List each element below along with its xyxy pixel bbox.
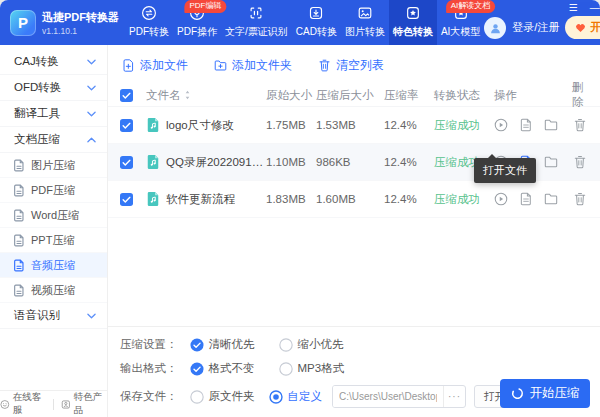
option-mp3-format[interactable]: MP3格式	[279, 361, 345, 376]
play-button[interactable]	[494, 118, 508, 132]
app-version: v1.1.10.1	[42, 26, 119, 36]
delete-button[interactable]	[574, 192, 586, 206]
col-filename: 文件名	[146, 88, 181, 103]
chevron-down-icon	[87, 313, 96, 319]
sidebar-item-pdf-compress[interactable]: PDF压缩	[0, 178, 107, 203]
sidebar-group-doc-compress[interactable]: 文档压缩	[0, 127, 107, 153]
sidebar-group-caj[interactable]: CAJ转换	[0, 49, 107, 75]
delete-button[interactable]	[574, 118, 586, 132]
open-folder-button[interactable]	[544, 155, 558, 169]
file-name: QQ录屏2022091516...	[166, 155, 266, 170]
row-checkbox[interactable]	[120, 156, 133, 169]
window-controls: ☰ — □ ✕	[569, 3, 600, 13]
original-size: 1.83MB	[266, 193, 316, 205]
sidebar-item-word-compress[interactable]: Word压缩	[0, 203, 107, 228]
output-format-label: 输出格式：	[120, 361, 178, 376]
open-folder-button[interactable]	[544, 118, 558, 132]
avatar[interactable]	[484, 17, 506, 39]
cad-convert-icon	[308, 5, 324, 21]
nav-item-pdf-convert[interactable]: PDF转换	[125, 0, 173, 45]
sidebar-group-ofd[interactable]: OFD转换	[0, 75, 107, 101]
open-file-button[interactable]	[519, 118, 533, 132]
open-vip-button[interactable]: 开通VIP	[565, 16, 600, 39]
save-path-input[interactable]	[333, 386, 443, 407]
radio-dot-icon	[269, 390, 283, 404]
compressed-size: 1.53MB	[316, 119, 384, 131]
word-doc-icon	[13, 209, 25, 222]
compress-ratio: 12.4%	[384, 119, 434, 131]
product-badge-icon	[61, 399, 71, 410]
main-panel: 添加文件 添加文件夹 清空列表 文件名 原始大小 压缩后大小	[108, 45, 600, 417]
open-file-tooltip: 打开文件	[474, 158, 536, 183]
top-nav: PDF转换 PDF编辑 PDF操作 文字/票证识别 CAD转换 图片转换	[125, 0, 484, 45]
sidebar-item-ppt-compress[interactable]: PPT压缩	[0, 228, 107, 253]
row-checkbox[interactable]	[120, 193, 133, 206]
row-checkbox[interactable]	[120, 119, 133, 132]
play-button[interactable]	[494, 192, 508, 206]
col-action: 操作	[494, 88, 572, 103]
nav-item-special-convert[interactable]: 特色转换	[389, 0, 437, 45]
login-register-link[interactable]: 登录/注册	[512, 20, 559, 35]
sidebar-item-video-compress[interactable]: 视频压缩	[0, 278, 107, 303]
option-original-folder[interactable]: 原文件夹	[190, 389, 255, 404]
table-header: 文件名 原始大小 压缩后大小 压缩率 转换状态 操作 删除	[108, 80, 600, 107]
option-clarity-first[interactable]: 清晰优先	[190, 337, 255, 352]
menu-icon[interactable]: ☰	[569, 3, 578, 13]
browse-button[interactable]: ···	[443, 386, 465, 407]
ai-doc-badge: AI解读文档	[446, 0, 496, 13]
nav-item-cad-convert[interactable]: CAD转换	[292, 0, 341, 45]
original-size: 1.10MB	[266, 156, 316, 168]
status-text: 压缩成功	[434, 118, 494, 133]
progress-ring-icon	[511, 387, 524, 400]
radio-checked-icon	[190, 338, 204, 352]
nav-label: PDF转换	[129, 25, 169, 39]
sidebar-item-image-compress[interactable]: 图片压缩	[0, 153, 107, 178]
chevron-down-icon	[87, 111, 96, 117]
option-keep-format[interactable]: 格式不变	[190, 361, 255, 376]
sort-icon[interactable]	[184, 90, 191, 100]
file-name: 软件更新流程	[166, 192, 235, 207]
nav-item-ai-model[interactable]: AI解读文档 AI大模型	[437, 0, 484, 45]
start-compress-button[interactable]: 开始压缩	[500, 379, 590, 408]
option-size-first[interactable]: 缩小优先	[279, 337, 344, 352]
open-file-button[interactable]	[519, 192, 533, 206]
pdf-doc-icon	[13, 184, 25, 197]
sidebar-item-audio-compress[interactable]: 音频压缩	[0, 253, 107, 278]
delete-button[interactable]	[574, 155, 586, 169]
minimize-icon[interactable]: —	[590, 3, 600, 13]
sidebar-group-translate[interactable]: 翻译工具	[0, 101, 107, 127]
sidebar-footer: 在线客服 特色产品	[0, 390, 107, 417]
col-compressed-size: 压缩后大小	[316, 88, 384, 103]
nav-item-image-convert[interactable]: 图片转换	[341, 0, 389, 45]
app-window: P 迅捷PDF转换器 v1.1.10.1 PDF转换 PDF编辑 PDF操作 文…	[0, 0, 600, 417]
nav-label: AI大模型	[441, 25, 480, 39]
app-title: 迅捷PDF转换器	[42, 10, 119, 25]
clear-list-button[interactable]: 清空列表	[318, 57, 384, 74]
file-name: logo尺寸修改	[166, 118, 234, 133]
radio-unchecked-icon	[279, 362, 293, 376]
nav-item-ocr[interactable]: 文字/票证识别	[221, 0, 292, 45]
output-format-row: 输出格式： 格式不变 MP3格式	[120, 361, 588, 376]
select-all-checkbox[interactable]	[120, 89, 133, 102]
status-text: 压缩成功	[434, 192, 494, 207]
file-toolbar: 添加文件 添加文件夹 清空列表	[108, 45, 600, 80]
original-size: 1.75MB	[266, 119, 316, 131]
table-row: logo尺寸修改 1.75MB 1.53MB 12.4% 压缩成功	[108, 107, 600, 144]
ppt-doc-icon	[13, 234, 25, 247]
add-file-button[interactable]: 添加文件	[122, 57, 188, 74]
image-doc-icon	[13, 159, 25, 172]
nav-item-pdf-operate[interactable]: PDF编辑 PDF操作	[173, 0, 221, 45]
sidebar-group-speech[interactable]: 语音识别	[0, 303, 107, 329]
trash-icon	[318, 59, 331, 72]
image-convert-icon	[357, 5, 373, 21]
audio-file-icon	[146, 154, 160, 170]
nav-label: 图片转换	[345, 25, 385, 39]
open-folder-button[interactable]	[544, 192, 558, 206]
online-service-link[interactable]: 在线客服	[0, 391, 46, 417]
top-right-cluster: ☰ — □ ✕ 登录/注册 开通VIP	[484, 0, 600, 45]
featured-products-link[interactable]: 特色产品	[61, 391, 107, 417]
add-folder-button[interactable]: 添加文件夹	[214, 57, 292, 74]
option-custom-folder[interactable]: 自定义	[269, 389, 323, 404]
compress-ratio: 12.4%	[384, 156, 434, 168]
nav-label: 特色转换	[393, 25, 433, 39]
